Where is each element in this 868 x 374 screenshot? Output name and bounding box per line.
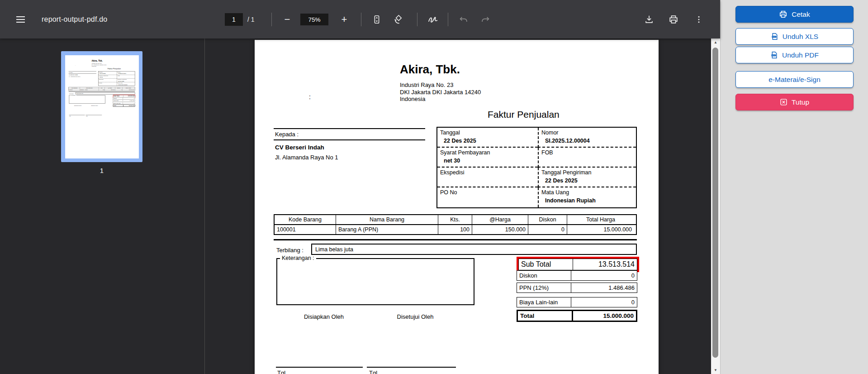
- pdf-viewer: report-output-pdf.do / 1 − 75% +: [0, 0, 720, 374]
- keterangan-label: Keterangan :: [280, 255, 316, 261]
- item-name: Barang A (PPN): [336, 225, 438, 234]
- recipient-label: Kepada :: [274, 128, 425, 140]
- zoom-out-button[interactable]: −: [279, 11, 296, 28]
- date-label-2: Tgl.: [369, 369, 379, 374]
- document-area: Akira, Tbk. Industri Raya No. 23 DKI Jak…: [205, 38, 711, 374]
- pdf-toolbar: report-output-pdf.do / 1 − 75% +: [0, 0, 720, 38]
- vertical-scrollbar: ▲ ▼: [711, 38, 720, 374]
- invoice-title: Faktur Penjualan: [488, 109, 560, 120]
- unduh-pdf-button[interactable]: Unduh PDF: [735, 47, 854, 63]
- biaya-lain-row: Biaya Lain-lain 0: [517, 297, 637, 307]
- tanggal-pengiriman-value: 22 Des 2025: [545, 177, 633, 184]
- recipient-block: Kepada : CV Berseri Indah Jl. Alamanda R…: [274, 128, 425, 161]
- diskon-row: Diskon 0: [517, 270, 637, 281]
- annotate-icon[interactable]: [424, 11, 441, 28]
- syarat-label: Syarat Pembayaran: [440, 149, 535, 156]
- tutup-button[interactable]: Tutup: [735, 94, 854, 110]
- ppn-row: PPN (12%) 1.486.486: [517, 283, 637, 293]
- items-header-row: Kode Barang Nama Barang Kts. @Harga Disk…: [275, 215, 636, 225]
- item-row: 100001 Barang A (PPN) 100 150.000 0 15.0…: [275, 225, 636, 234]
- close-box-icon: [780, 98, 787, 106]
- undo-icon[interactable]: [455, 11, 472, 28]
- viewer-body: Akira, Tbk. Industri Raya No. 23 DKI Jak…: [0, 38, 720, 374]
- subtotal-row: Sub Total 13.513.514: [518, 259, 637, 270]
- terbilang-value: Lima belas juta: [311, 244, 637, 255]
- item-code: 100001: [275, 225, 336, 234]
- terbilang-label: Terbilang :: [276, 247, 304, 254]
- recipient-address: Jl. Alamanda Raya No 1: [275, 154, 425, 161]
- subtotal-highlight-box: Sub Total 13.513.514: [517, 257, 639, 272]
- scroll-up-icon[interactable]: ▲: [711, 38, 720, 46]
- page-controls: / 1: [225, 13, 255, 26]
- column-header: Nama Barang: [336, 215, 438, 224]
- page-count-label: / 1: [247, 16, 255, 23]
- fit-page-icon[interactable]: [368, 11, 385, 28]
- scrollbar-thumb[interactable]: [712, 48, 718, 358]
- toolbar-separator: [417, 13, 417, 26]
- column-header: Diskon: [528, 215, 567, 224]
- unduh-xls-button[interactable]: Unduh XLS: [735, 28, 854, 45]
- download-icon[interactable]: [640, 11, 658, 28]
- signature-line: [276, 367, 363, 368]
- items-table: Kode Barang Nama Barang Kts. @Harga Disk…: [274, 214, 637, 235]
- column-header: Kts.: [438, 215, 472, 224]
- cetak-button[interactable]: Cetak: [735, 6, 854, 23]
- page-1-thumbnail-preview: Akira, Tbk. Industri Raya No. 23 DKI Jak…: [65, 55, 139, 158]
- divider-line: [274, 239, 637, 240]
- ekspedisi-label: Ekspedisi: [440, 169, 535, 176]
- thumbnail-panel: Akira, Tbk. Industri Raya No. 23 DKI Jak…: [0, 38, 205, 374]
- column-header: Kode Barang: [275, 215, 336, 224]
- e-materai-e-sign-button[interactable]: e-Materai/e-Sign: [735, 71, 854, 88]
- po-label: PO No: [440, 189, 535, 196]
- toolbar-separator: [271, 13, 272, 26]
- page-number-input[interactable]: [225, 13, 243, 26]
- print-icon[interactable]: [665, 11, 682, 28]
- prepared-by-label: Disiapkan Oleh: [294, 313, 353, 320]
- grand-total-row: Total 15.000.000: [517, 310, 637, 322]
- file-pdf-icon: [770, 51, 778, 59]
- syarat-value: net 30: [444, 158, 535, 164]
- column-header: Total Harga: [567, 215, 634, 224]
- printer-icon: [779, 10, 787, 19]
- invoice-info-table: Tanggal 22 Des 2025 Nomor SI.2025.12.000…: [436, 127, 637, 208]
- tanggal-label: Tanggal: [440, 129, 535, 136]
- stray-colon: :: [309, 93, 311, 101]
- file-xls-icon: [771, 33, 778, 40]
- mata-uang-label: Mata Uang: [541, 189, 633, 196]
- company-name: Akira, Tbk.: [400, 62, 460, 77]
- invoice-page: Akira, Tbk. Industri Raya No. 23 DKI Jak…: [255, 40, 659, 374]
- page-1-thumbnail[interactable]: Akira, Tbk. Industri Raya No. 23 DKI Jak…: [61, 51, 142, 162]
- more-vertical-icon[interactable]: [690, 11, 707, 28]
- scroll-down-icon[interactable]: ▼: [711, 366, 720, 374]
- signature-line: [367, 367, 456, 368]
- nomor-label: Nomor: [541, 129, 633, 136]
- item-total: 15.000.000: [567, 225, 634, 234]
- document-title: report-output-pdf.do: [42, 15, 107, 24]
- column-header: @Harga: [472, 215, 528, 224]
- toolbar-separator: [448, 13, 448, 26]
- rotate-icon[interactable]: [389, 11, 407, 28]
- redo-icon[interactable]: [477, 11, 494, 28]
- item-price: 150.000: [472, 225, 528, 234]
- mata-uang-value: Indonesian Rupiah: [545, 197, 633, 204]
- item-discount: 0: [528, 225, 567, 234]
- menu-icon[interactable]: [12, 11, 29, 28]
- action-panel: Cetak Unduh XLS Unduh PDF e-Materai/e-Si…: [720, 0, 868, 374]
- nomor-value: SI.2025.12.00004: [545, 138, 633, 144]
- approved-by-label: Disetujui Oleh: [388, 313, 442, 320]
- fob-label: FOB: [541, 149, 633, 156]
- zoom-level-display: 75%: [300, 14, 328, 25]
- invoice-page: Akira, Tbk. Industri Raya No. 23 DKI Jak…: [65, 55, 139, 158]
- zoom-in-button[interactable]: +: [336, 11, 353, 28]
- tanggal-value: 22 Des 2025: [444, 138, 535, 144]
- item-qty: 100: [438, 225, 472, 234]
- toolbar-separator: [361, 13, 361, 26]
- company-address: Industri Raya No. 23 DKI Jakarta DKI Jak…: [400, 82, 481, 103]
- recipient-name: CV Berseri Indah: [275, 144, 425, 151]
- tanggal-pengiriman-label: Tanggal Pengiriman: [541, 169, 633, 176]
- keterangan-box: Keterangan :: [276, 258, 474, 305]
- date-label-1: Tgl: [277, 369, 285, 374]
- thumbnail-page-label: 1: [61, 167, 142, 174]
